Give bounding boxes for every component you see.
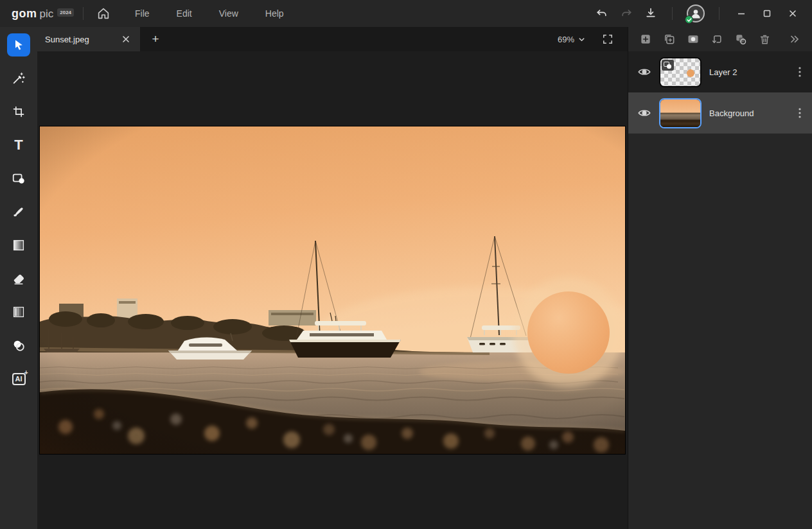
tool-select[interactable] (7, 33, 30, 56)
check-icon (687, 17, 692, 22)
layer-thumbnail[interactable] (659, 57, 702, 87)
layers-panel: Layer 2 Background (628, 27, 812, 529)
layer-options-button[interactable] (793, 62, 807, 82)
collapse-panel-button[interactable] (785, 30, 804, 48)
zoom-level-value: 69% (558, 35, 574, 44)
duplicate-layer-button[interactable] (660, 30, 679, 48)
tool-mosaic[interactable] (7, 300, 30, 324)
export-button[interactable] (639, 3, 663, 24)
online-check-badge (685, 15, 693, 24)
logo-pic: pic (40, 8, 54, 21)
cursor-icon (12, 39, 25, 51)
ai-plus-glyph: + (24, 370, 28, 376)
crop-icon (12, 105, 25, 118)
fit-screen-button[interactable] (598, 30, 617, 49)
tool-ai-image[interactable]: AI + (7, 367, 30, 390)
plus-icon: + (152, 32, 159, 46)
tool-gradient[interactable] (7, 234, 30, 257)
ai-icon: AI + (12, 373, 26, 385)
tool-eraser[interactable] (7, 267, 30, 290)
canvas-document[interactable] (40, 126, 625, 454)
menu-view[interactable]: View (210, 3, 247, 24)
trash-icon (759, 33, 771, 46)
tool-blend[interactable] (7, 334, 30, 357)
rotate-layer-icon (710, 33, 723, 46)
redo-icon (620, 7, 633, 20)
kebab-menu-icon (799, 67, 801, 77)
fit-screen-icon (603, 34, 613, 44)
orange-circle-preview (687, 69, 694, 77)
menu-edit[interactable]: Edit (168, 3, 201, 24)
home-icon (96, 6, 110, 21)
rotate-layer-button[interactable] (707, 30, 727, 48)
tool-brush[interactable] (7, 200, 30, 223)
merge-layers-icon (734, 33, 747, 46)
double-chevron-right-icon (790, 34, 800, 44)
layer-visibility-toggle[interactable] (633, 61, 655, 83)
tool-crop[interactable] (7, 100, 30, 123)
home-button[interactable] (93, 3, 114, 24)
minimize-button[interactable] (728, 3, 754, 24)
menu-file[interactable]: File (126, 3, 159, 24)
add-layer-button[interactable] (636, 30, 655, 48)
close-button[interactable] (780, 3, 806, 24)
redo-button[interactable] (614, 3, 639, 24)
titlebar-divider (83, 7, 84, 20)
tab-close-button[interactable] (119, 33, 132, 46)
titlebar: gom pic 2024 File Edit View Help (0, 0, 812, 27)
chevron-down-icon (578, 36, 585, 43)
maximize-button[interactable] (754, 3, 780, 24)
new-tab-button[interactable]: + (140, 27, 171, 51)
layer-name: Background (709, 108, 793, 118)
text-tool-icon: T (14, 137, 22, 153)
tab-title: Sunset.jpeg (45, 35, 114, 44)
logo-gom: gom (12, 7, 37, 21)
download-icon (644, 7, 657, 20)
gom-pic-app: gom pic 2024 File Edit View Help (0, 0, 812, 529)
magic-wand-icon (12, 71, 26, 85)
mosaic-icon (12, 305, 26, 319)
close-icon (788, 9, 797, 18)
layer-row-background[interactable]: Background (628, 92, 812, 134)
undo-button[interactable] (590, 3, 614, 24)
titlebar-divider (719, 7, 719, 20)
brush-icon (12, 205, 26, 219)
titlebar-right (590, 3, 812, 24)
merge-layers-button[interactable] (731, 30, 750, 48)
tool-shape[interactable] (7, 167, 30, 190)
tool-sidebar: T (0, 27, 37, 529)
blend-circles-icon (12, 338, 26, 352)
workspace (37, 51, 628, 529)
gradient-icon (12, 238, 26, 252)
eraser-icon (12, 272, 26, 286)
shape-icon (12, 171, 26, 186)
duplicate-layer-icon (663, 33, 676, 46)
layer-actions-bar (628, 27, 812, 51)
sunset-thumbnail-preview (660, 100, 700, 127)
tool-text[interactable]: T (7, 134, 30, 157)
layer-mask-button[interactable] (684, 30, 703, 48)
layer-thumbnail[interactable] (659, 98, 702, 128)
delete-layer-button[interactable] (755, 30, 774, 48)
app-logo: gom pic 2024 (0, 7, 74, 21)
account-button[interactable] (687, 4, 705, 22)
layer-options-button[interactable] (793, 103, 807, 123)
menu-help[interactable]: Help (256, 3, 293, 24)
eye-icon (637, 65, 651, 79)
sunset-photo (40, 126, 625, 454)
zoom-level-dropdown[interactable]: 69% (554, 32, 589, 47)
version-badge: 2024 (57, 8, 74, 17)
layer-mask-icon (687, 33, 700, 46)
tab-bar: Sunset.jpeg + 69% (37, 27, 628, 51)
shape-layer-badge-icon (662, 60, 674, 71)
layer-row-layer-2[interactable]: Layer 2 (628, 51, 812, 92)
layer-name: Layer 2 (709, 67, 793, 77)
tool-magic-wand[interactable] (7, 67, 30, 90)
eye-icon (637, 106, 651, 120)
layer-visibility-toggle[interactable] (633, 102, 655, 124)
titlebar-divider (672, 7, 673, 20)
tabbar-right: 69% (554, 27, 628, 51)
close-icon (122, 35, 130, 43)
minimize-icon (737, 9, 746, 18)
tab-sunset-jpeg[interactable]: Sunset.jpeg (37, 27, 140, 51)
